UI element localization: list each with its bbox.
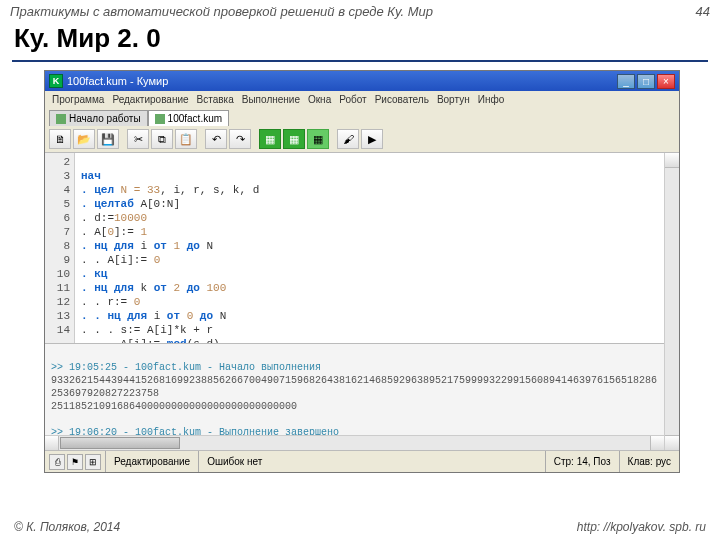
line-gutter: 234567891011121314 <box>45 153 75 343</box>
step-button[interactable]: ▦ <box>283 129 305 149</box>
tabbar: Начало работы 100fact.kum <box>45 108 679 126</box>
copy-button[interactable]: ⧉ <box>151 129 173 149</box>
menu-vortun[interactable]: Вортун <box>434 93 473 106</box>
save-button[interactable]: 💾 <box>97 129 119 149</box>
tab-icon <box>56 114 66 124</box>
maximize-button[interactable]: □ <box>637 74 655 89</box>
tab-icon <box>155 114 165 124</box>
tab-file[interactable]: 100fact.kum <box>148 110 229 126</box>
run-button[interactable]: ▦ <box>259 129 281 149</box>
slide-number: 44 <box>696 4 710 19</box>
scroll-thumb[interactable] <box>60 437 180 449</box>
undo-button[interactable]: ↶ <box>205 129 227 149</box>
code-content[interactable]: нач . цел N = 33, i, r, s, k, d . целтаб… <box>75 153 664 343</box>
slide-title: Ку. Мир 2. 0 <box>0 21 720 60</box>
titlebar: K 100fact.kum - Кумир _ □ × <box>45 71 679 91</box>
menubar: Программа Редактирование Вставка Выполне… <box>45 91 679 108</box>
horizontal-scrollbar[interactable] <box>45 435 664 450</box>
run-alt-button[interactable]: ▦ <box>307 129 329 149</box>
title-underline <box>12 60 708 62</box>
statusbar: ⎙ ⚑ ⊞ Редактирование Ошибок нет Стр: 14,… <box>45 450 679 472</box>
minimize-button[interactable]: _ <box>617 74 635 89</box>
status-keyboard: Клав: рус <box>619 451 679 472</box>
new-button[interactable]: 🗎 <box>49 129 71 149</box>
code-editor[interactable]: 234567891011121314 нач . цел N = 33, i, … <box>45 153 664 343</box>
redo-button[interactable]: ↷ <box>229 129 251 149</box>
scroll-left-icon[interactable] <box>45 436 59 450</box>
brush-button[interactable]: 🖌 <box>337 129 359 149</box>
menu-robot[interactable]: Робот <box>336 93 369 106</box>
app-icon: K <box>49 74 63 88</box>
footer-url: http: //kpolyakov. spb. ru <box>577 520 706 534</box>
menu-program[interactable]: Программа <box>49 93 107 106</box>
cut-button[interactable]: ✂ <box>127 129 149 149</box>
menu-edit[interactable]: Редактирование <box>109 93 191 106</box>
menu-painter[interactable]: Рисователь <box>372 93 432 106</box>
tab-start[interactable]: Начало работы <box>49 110 148 126</box>
slide-footer: © К. Поляков, 2014 http: //kpolyakov. sp… <box>0 520 720 534</box>
footer-copyright: © К. Поляков, 2014 <box>14 520 120 534</box>
menu-insert[interactable]: Вставка <box>194 93 237 106</box>
close-button[interactable]: × <box>657 74 675 89</box>
toolbar: 🗎 📂 💾 ✂ ⧉ 📋 ↶ ↷ ▦ ▦ ▦ 🖌 ▶ <box>45 126 679 153</box>
menu-run[interactable]: Выполнение <box>239 93 303 106</box>
menu-info[interactable]: Инфо <box>475 93 508 106</box>
output-panel[interactable]: >> 19:05:25 - 100fact.kum - Начало выпол… <box>45 343 664 435</box>
app-window: K 100fact.kum - Кумир _ □ × Программа Ре… <box>44 70 680 473</box>
status-icon-a[interactable]: ⎙ <box>49 454 65 470</box>
status-errors: Ошибок нет <box>198 451 545 472</box>
editor-area: 234567891011121314 нач . цел N = 33, i, … <box>45 153 679 450</box>
status-icon-c[interactable]: ⊞ <box>85 454 101 470</box>
vertical-scrollbar[interactable] <box>664 153 679 450</box>
scroll-right-icon[interactable] <box>650 436 664 450</box>
status-mode: Редактирование <box>105 451 198 472</box>
slide-topic: Практикумы с автоматической проверкой ре… <box>10 4 433 19</box>
paste-button[interactable]: 📋 <box>175 129 197 149</box>
start-button[interactable]: ▶ <box>361 129 383 149</box>
window-title: 100fact.kum - Кумир <box>67 75 168 87</box>
status-position: Стр: 14, Поз <box>545 451 619 472</box>
open-button[interactable]: 📂 <box>73 129 95 149</box>
menu-windows[interactable]: Окна <box>305 93 334 106</box>
status-icon-b[interactable]: ⚑ <box>67 454 83 470</box>
